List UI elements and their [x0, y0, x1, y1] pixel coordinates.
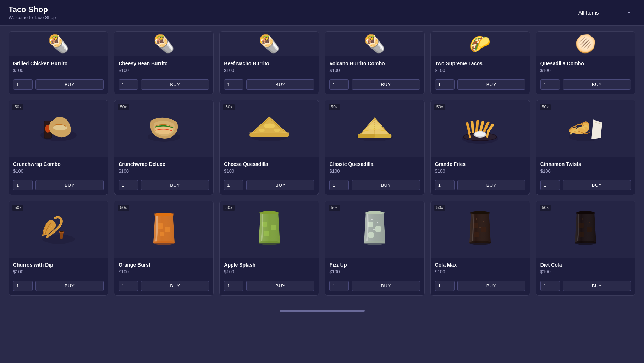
- buy-button-volcano-burrito-combo[interactable]: BUY: [352, 79, 420, 90]
- food-icon-fizz-up: [353, 210, 396, 249]
- card-info-volcano-burrito-combo: Volcano Burrito Combo $100: [325, 56, 424, 79]
- card-price-apple-splash: $100: [224, 269, 314, 274]
- buy-button-diet-cola[interactable]: BUY: [563, 281, 631, 291]
- product-card-two-supreme-tacos: 🌮 Two Supreme Tacos $100 BUY: [430, 31, 530, 94]
- buy-button-beef-nacho-burrito[interactable]: BUY: [246, 79, 314, 90]
- buy-button-grande-fries[interactable]: BUY: [457, 180, 525, 190]
- qty-input-volcano-burrito-combo[interactable]: [329, 79, 349, 90]
- svg-rect-17: [375, 134, 391, 138]
- buy-button-apple-splash[interactable]: BUY: [246, 281, 314, 291]
- card-name-two-supreme-tacos: Two Supreme Tacos: [435, 61, 525, 66]
- card-actions-apple-splash: BUY: [220, 281, 319, 295]
- card-name-cinnamon-twists: Cinnamon Twists: [540, 161, 631, 167]
- card-actions-cheese-quesadilla: BUY: [220, 180, 319, 195]
- buy-button-cinnamon-twists[interactable]: BUY: [563, 180, 631, 190]
- qty-input-diet-cola[interactable]: [540, 281, 560, 291]
- card-name-volcano-burrito-combo: Volcano Burrito Combo: [329, 61, 420, 66]
- buy-button-grilled-chicken-burrito[interactable]: BUY: [35, 79, 104, 90]
- buy-button-quesadilla-combo[interactable]: BUY: [563, 79, 631, 90]
- svg-point-65: [469, 241, 491, 245]
- qty-input-fizz-up[interactable]: [329, 281, 349, 291]
- card-info-diet-cola: Diet Cola $100: [536, 258, 635, 281]
- card-info-apple-splash: Apple Splash $100: [220, 258, 319, 281]
- qty-input-apple-splash[interactable]: [224, 281, 243, 291]
- svg-point-53: [371, 219, 373, 220]
- card-info-churros-with-dip: Churros with Dip $100: [9, 258, 108, 281]
- svg-rect-40: [160, 232, 164, 236]
- card-actions-fizz-up: BUY: [325, 281, 424, 295]
- card-actions-grilled-chicken-burrito: BUY: [9, 79, 108, 94]
- qty-input-beef-nacho-burrito[interactable]: [224, 79, 243, 90]
- badge-orange-burst: 50x: [118, 205, 129, 211]
- buy-button-churros-with-dip[interactable]: BUY: [35, 281, 104, 291]
- buy-button-cheesy-bean-burrito[interactable]: BUY: [141, 79, 209, 90]
- card-actions-grande-fries: BUY: [431, 180, 530, 195]
- card-image-fizz-up: 50x: [325, 201, 424, 258]
- badge-grande-fries: 50x: [434, 104, 445, 110]
- qty-input-cola-max[interactable]: [435, 281, 455, 291]
- badge-churros-with-dip: 50x: [12, 205, 23, 211]
- qty-input-grilled-chicken-burrito[interactable]: [13, 79, 33, 90]
- filter-dropdown[interactable]: All ItemsBurritosCombosSidesDrinks: [572, 6, 635, 19]
- card-price-beef-nacho-burrito: $100: [224, 68, 314, 73]
- svg-rect-59: [473, 223, 478, 228]
- filter-dropdown-wrapper[interactable]: All ItemsBurritosCombosSidesDrinks ▼: [572, 6, 635, 19]
- buy-button-cheese-quesadilla[interactable]: BUY: [246, 180, 314, 190]
- product-card-quesadilla-combo: 🫓 Quesadilla Combo $100 BUY: [536, 31, 635, 94]
- svg-rect-61: [474, 232, 479, 237]
- card-price-classic-quesadilla: $100: [329, 168, 420, 174]
- svg-point-55: [373, 229, 375, 230]
- card-info-cola-max: Cola Max $100: [431, 258, 530, 281]
- card-price-crunchwrap-combo: $100: [13, 168, 104, 174]
- svg-rect-49: [365, 212, 385, 214]
- product-card-churros-with-dip: 50x: [9, 201, 108, 296]
- card-price-grilled-chicken-burrito: $100: [13, 68, 104, 73]
- scroll-bar: [280, 310, 365, 312]
- svg-rect-45: [271, 225, 276, 230]
- qty-input-two-supreme-tacos[interactable]: [435, 79, 455, 90]
- svg-point-56: [364, 241, 385, 245]
- card-image-grande-fries: 50x: [431, 100, 530, 157]
- buy-button-classic-quesadilla[interactable]: BUY: [352, 180, 420, 190]
- card-image-orange-burst: 50x: [114, 201, 213, 258]
- badge-fizz-up: 50x: [329, 205, 340, 211]
- qty-input-classic-quesadilla[interactable]: [329, 180, 349, 190]
- buy-button-crunchwrap-deluxe[interactable]: BUY: [141, 180, 209, 190]
- food-icon-grande-fries: [459, 109, 501, 148]
- svg-point-63: [483, 221, 484, 222]
- product-card-cola-max: 50x: [430, 201, 530, 296]
- qty-input-crunchwrap-combo[interactable]: [13, 180, 33, 190]
- product-card-grilled-chicken-burrito: 🌯 Grilled Chicken Burrito $100 BUY: [9, 31, 108, 94]
- card-info-two-supreme-tacos: Two Supreme Tacos $100: [431, 56, 530, 79]
- qty-input-crunchwrap-deluxe[interactable]: [119, 180, 138, 190]
- buy-button-orange-burst[interactable]: BUY: [141, 281, 209, 291]
- card-info-cheesy-bean-burrito: Cheesy Bean Burrito $100: [114, 56, 213, 79]
- main-content: 🌯 Grilled Chicken Burrito $100 BUY 🌯 Che…: [0, 26, 644, 304]
- qty-input-cinnamon-twists[interactable]: [540, 180, 560, 190]
- qty-input-orange-burst[interactable]: [119, 281, 138, 291]
- qty-input-grande-fries[interactable]: [435, 180, 455, 190]
- svg-point-72: [589, 222, 590, 223]
- card-info-quesadilla-combo: Quesadilla Combo $100: [536, 56, 635, 79]
- svg-point-62: [476, 218, 477, 220]
- product-card-grande-fries: 50x: [430, 100, 530, 195]
- buy-button-two-supreme-tacos[interactable]: BUY: [457, 79, 525, 90]
- product-grid-row1: 🌯 Grilled Chicken Burrito $100 BUY 🌯 Che…: [9, 31, 635, 94]
- food-icon-classic-quesadilla: [353, 109, 396, 148]
- qty-input-cheese-quesadilla[interactable]: [224, 180, 243, 190]
- header-branding: Taco Shop Welcome to Taco Shop: [9, 5, 56, 20]
- buy-button-crunchwrap-combo[interactable]: BUY: [35, 180, 104, 190]
- qty-input-churros-with-dip[interactable]: [13, 281, 33, 291]
- buy-button-fizz-up[interactable]: BUY: [352, 281, 420, 291]
- card-name-classic-quesadilla: Classic Quesadilla: [329, 161, 420, 167]
- card-name-crunchwrap-deluxe: Crunchwrap Deluxe: [119, 161, 209, 167]
- qty-input-quesadilla-combo[interactable]: [540, 79, 560, 90]
- buy-button-cola-max[interactable]: BUY: [457, 281, 525, 291]
- food-icon-cinnamon-twists: [564, 109, 607, 148]
- svg-rect-38: [158, 223, 163, 229]
- qty-input-cheesy-bean-burrito[interactable]: [119, 79, 138, 90]
- food-icon-apple-splash: [248, 210, 291, 249]
- card-info-crunchwrap-deluxe: Crunchwrap Deluxe $100: [114, 157, 213, 180]
- card-image-cheese-quesadilla: 50x: [220, 100, 319, 157]
- card-image-cinnamon-twists: 50x: [536, 100, 635, 157]
